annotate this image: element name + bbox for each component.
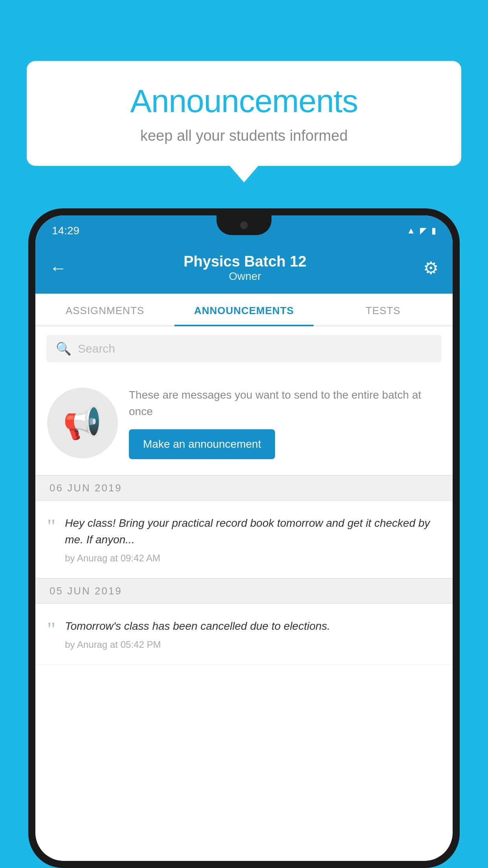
speech-bubble: Announcements keep all your students inf… [27, 61, 461, 166]
announcement-text-2: Tomorrow's class has been cancelled due … [65, 618, 441, 634]
tabs-container: ASSIGNMENTS ANNOUNCEMENTS TESTS [35, 294, 453, 326]
speech-bubble-title: Announcements [50, 83, 438, 120]
promo-description: These are messages you want to send to t… [129, 387, 441, 420]
announcement-meta-2: by Anurag at 05:42 PM [65, 639, 441, 650]
header-subtitle: Owner [183, 270, 306, 283]
quote-icon-1: " [47, 517, 55, 537]
announcement-item-1[interactable]: " Hey class! Bring your practical record… [35, 501, 453, 578]
search-icon: 🔍 [56, 341, 72, 356]
announcement-text-1: Hey class! Bring your practical record b… [65, 515, 441, 548]
header-center: Physics Batch 12 Owner [183, 253, 306, 283]
settings-icon[interactable]: ⚙ [423, 258, 438, 278]
speech-bubble-container: Announcements keep all your students inf… [27, 61, 461, 166]
wifi-icon: ▲ [407, 226, 415, 236]
speech-bubble-subtitle: keep all your students informed [50, 127, 438, 144]
search-bar[interactable]: 🔍 Search [46, 335, 442, 362]
announcement-item-2[interactable]: " Tomorrow's class has been cancelled du… [35, 604, 453, 665]
announcement-content-1: Hey class! Bring your practical record b… [65, 515, 441, 564]
date-separator-2: 05 JUN 2019 [35, 578, 453, 604]
megaphone-icon: 📢 [63, 405, 102, 441]
date-label-1: 06 JUN 2019 [50, 482, 122, 494]
phone-inner: 14:29 ▲ ◤ ▮ ← Physics Batch 12 Owner ⚙ [35, 215, 453, 861]
search-placeholder: Search [78, 342, 115, 355]
make-announcement-button[interactable]: Make an announcement [129, 429, 275, 459]
tab-announcements[interactable]: ANNOUNCEMENTS [174, 294, 314, 326]
phone-outer: 14:29 ▲ ◤ ▮ ← Physics Batch 12 Owner ⚙ [28, 208, 460, 868]
phone-container: 14:29 ▲ ◤ ▮ ← Physics Batch 12 Owner ⚙ [28, 208, 460, 868]
back-button[interactable]: ← [50, 258, 67, 278]
phone-notch [216, 215, 272, 235]
search-container: 🔍 Search [35, 326, 453, 371]
promo-section: 📢 These are messages you want to send to… [35, 371, 453, 475]
app-header: ← Physics Batch 12 Owner ⚙ [35, 246, 453, 294]
tab-assignments[interactable]: ASSIGNMENTS [35, 294, 174, 326]
announcement-content-2: Tomorrow's class has been cancelled due … [65, 618, 441, 650]
date-separator-1: 06 JUN 2019 [35, 475, 453, 501]
battery-icon: ▮ [431, 226, 436, 236]
signal-icon: ◤ [420, 226, 427, 236]
promo-right: These are messages you want to send to t… [129, 387, 441, 459]
camera-dot [240, 221, 248, 229]
promo-icon-circle: 📢 [47, 388, 118, 458]
status-time: 14:29 [52, 224, 79, 237]
date-label-2: 05 JUN 2019 [50, 585, 122, 597]
announcement-meta-1: by Anurag at 09:42 AM [65, 553, 441, 564]
status-bar: 14:29 ▲ ◤ ▮ [35, 215, 453, 246]
tab-tests[interactable]: TESTS [314, 294, 453, 326]
quote-icon-2: " [47, 620, 55, 640]
header-title: Physics Batch 12 [183, 253, 306, 270]
status-icons: ▲ ◤ ▮ [407, 226, 436, 236]
